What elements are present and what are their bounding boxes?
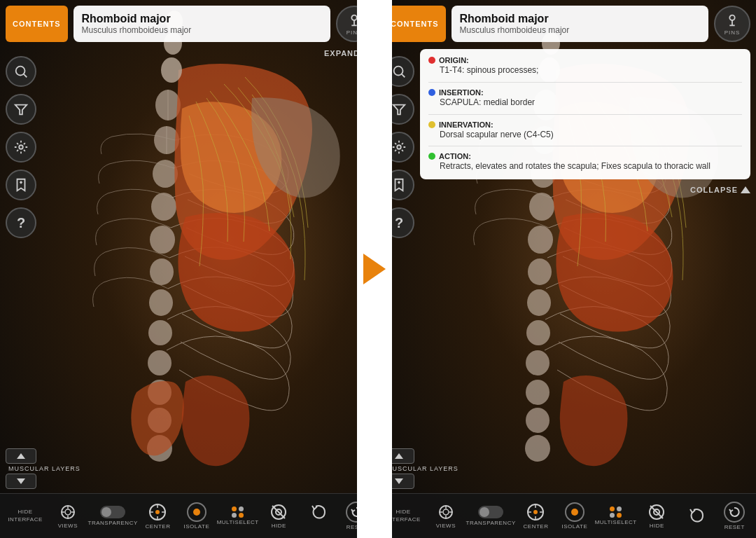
svg-point-8	[148, 350, 172, 375]
isolate-button[interactable]: ISOLATE	[178, 497, 215, 536]
transparency-toggle-icon	[100, 506, 125, 518]
collapse-text: COLLAPSE	[690, 186, 738, 194]
origin-dot-icon	[428, 57, 435, 64]
help-button[interactable]: ?	[6, 207, 36, 238]
right-center-label: CENTER	[524, 523, 549, 530]
bookmark-icon	[13, 177, 29, 193]
svg-point-58	[394, 67, 403, 76]
transparency-label: TRANSPARENCY	[88, 520, 138, 526]
svg-marker-22	[15, 105, 27, 115]
filter-button[interactable]	[6, 94, 36, 125]
svg-point-6	[149, 289, 173, 316]
hide-label: HIDE	[272, 523, 286, 529]
svg-point-7	[148, 320, 172, 345]
hide-button[interactable]: HIDE	[260, 497, 298, 536]
right-views-button[interactable]: VIEWS	[427, 497, 464, 536]
contents-button[interactable]: CONTENTS	[6, 6, 68, 42]
right-multiselect-icon	[610, 506, 622, 518]
right-pins-button[interactable]: PINS	[714, 6, 750, 42]
svg-line-59	[402, 74, 405, 78]
collapse-arrow-icon	[741, 186, 750, 193]
svg-point-55	[729, 15, 734, 20]
right-center-icon	[526, 502, 545, 522]
innervation-row: INNERVATION: Dorsal scapular nerve (C4-C…	[428, 120, 742, 141]
svg-point-61	[397, 145, 401, 149]
right-isolate-icon	[565, 502, 584, 522]
svg-point-50	[526, 380, 550, 405]
right-bottom-bar: HIDE INTERFACE VIEWS TRANSPARENCY	[378, 493, 756, 538]
views-icon	[59, 503, 77, 521]
svg-line-40	[272, 506, 285, 518]
right-layer-down-arrow-icon	[395, 478, 403, 484]
svg-point-17	[351, 15, 356, 20]
divider-2	[428, 114, 742, 115]
muscular-layers-label: MUSCULAR LAYERS	[6, 465, 80, 472]
right-contents-button[interactable]: CONTENTS	[384, 6, 446, 42]
right-pins-label: PINS	[724, 29, 741, 36]
isolate-dot-icon	[193, 509, 200, 516]
right-settings-icon	[391, 139, 407, 155]
action-row: ACTION: Retracts, elevates and rotates t…	[428, 152, 742, 172]
bookmark-button[interactable]	[6, 170, 36, 200]
sidebar-icons: ?	[6, 56, 36, 238]
multiselect-icon	[232, 506, 244, 518]
action-value: Retracts, elevates and rotates the scapu…	[428, 160, 742, 172]
svg-point-65	[443, 509, 449, 515]
innervation-label-row: INNERVATION:	[428, 120, 742, 129]
right-hide-button[interactable]: HIDE	[638, 497, 676, 536]
svg-point-47	[527, 289, 551, 316]
undo-button[interactable]: UNDO	[299, 497, 336, 536]
right-transparency-button[interactable]: TRANSPARENCY	[466, 497, 516, 536]
origin-value: T1-T4: spinous processes;	[428, 64, 742, 76]
right-hide-label: HIDE	[650, 523, 664, 529]
right-undo-button[interactable]	[677, 497, 714, 536]
settings-button[interactable]	[6, 132, 36, 163]
search-button[interactable]	[6, 56, 36, 87]
svg-point-48	[526, 320, 550, 345]
svg-point-52	[525, 435, 550, 462]
origin-row: ORIGIN: T1-T4: spinous processes;	[428, 56, 742, 76]
layer-down-arrow-icon	[17, 478, 25, 484]
multiselect-label: MULTISELECT	[217, 519, 259, 525]
right-isolate-dot-icon	[571, 509, 578, 516]
svg-point-33	[155, 510, 160, 514]
innervation-label: INNERVATION:	[439, 120, 493, 129]
right-reset-button[interactable]: RESET	[716, 497, 753, 536]
muscle-title: Rhomboid major	[82, 13, 323, 25]
hide-interface-button[interactable]: HIDE INTERFACE	[3, 497, 48, 536]
center-label: CENTER	[146, 523, 171, 530]
isolate-icon	[187, 502, 206, 522]
insertion-label: INSERTION:	[439, 88, 484, 97]
right-isolate-button[interactable]: ISOLATE	[556, 497, 593, 536]
views-label: VIEWS	[58, 523, 78, 529]
insertion-value: SCAPULA: medial border	[428, 97, 742, 109]
layer-up-button[interactable]	[6, 448, 36, 464]
title-box: Rhomboid major Musculus rhomboideus majo…	[74, 6, 331, 42]
right-muscle-subtitle: Musculus rhomboideus major	[460, 25, 701, 35]
views-button[interactable]: VIEWS	[49, 497, 86, 536]
svg-line-78	[650, 506, 663, 518]
origin-label-row: ORIGIN:	[428, 56, 742, 64]
settings-icon	[13, 139, 29, 155]
svg-point-46	[528, 258, 552, 285]
center-button[interactable]: CENTER	[139, 497, 176, 536]
right-help-icon: ?	[395, 215, 403, 231]
right-center-button[interactable]: CENTER	[517, 497, 554, 536]
layer-down-button[interactable]	[6, 474, 36, 489]
center-icon	[148, 502, 167, 522]
isolate-label: ISOLATE	[184, 523, 210, 530]
svg-point-3	[151, 193, 176, 221]
collapse-label[interactable]: COLLAPSE	[690, 186, 750, 194]
muscle-subtitle: Musculus rhomboideus major	[82, 25, 323, 35]
multiselect-button[interactable]: MULTISELECT	[217, 497, 259, 536]
right-multiselect-button[interactable]: MULTISELECT	[595, 497, 637, 536]
transparency-button[interactable]: TRANSPARENCY	[88, 497, 138, 536]
right-toolbar: HIDE INTERFACE VIEWS TRANSPARENCY	[378, 493, 756, 538]
divider-1	[428, 82, 742, 83]
svg-line-21	[24, 74, 27, 78]
layer-up-arrow-icon	[17, 453, 25, 459]
innervation-dot-icon	[428, 121, 435, 128]
right-search-icon	[391, 64, 407, 79]
hide-icon	[270, 503, 288, 521]
right-bookmark-icon	[391, 177, 407, 193]
